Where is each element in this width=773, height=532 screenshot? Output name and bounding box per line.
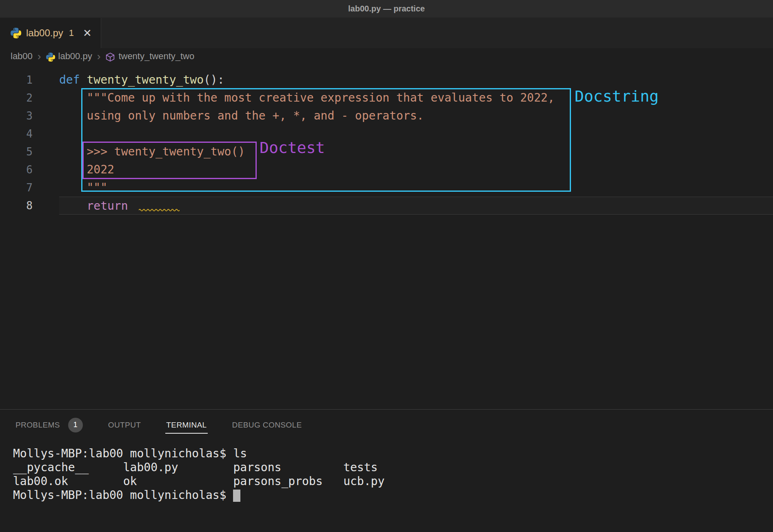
line-number: 6 bbox=[0, 161, 33, 179]
editor-line-3[interactable]: 3 using only numbers and the +, *, and -… bbox=[0, 107, 773, 125]
line-number: 3 bbox=[0, 107, 33, 125]
line-content: >>> twenty_twenty_two() bbox=[59, 143, 773, 161]
chevron-right-icon: › bbox=[97, 51, 101, 62]
tab-output[interactable]: OUTPUT bbox=[107, 417, 142, 434]
editor-line-7[interactable]: 7 """ bbox=[0, 179, 773, 197]
terminal-lines: Mollys-MBP:lab00 mollynicholas$ ls__pyca… bbox=[13, 447, 773, 502]
bottom-panel: PROBLEMS 1 OUTPUT TERMINAL DEBUG CONSOLE… bbox=[0, 409, 773, 532]
panel-tab-bar: PROBLEMS 1 OUTPUT TERMINAL DEBUG CONSOLE bbox=[0, 410, 773, 441]
editor-line-6[interactable]: 6 2022 bbox=[0, 161, 773, 179]
output-label: OUTPUT bbox=[108, 421, 141, 430]
line-content: using only numbers and the +, *, and - o… bbox=[59, 107, 773, 125]
line-number: 1 bbox=[0, 71, 33, 89]
close-tab-icon[interactable]: ✕ bbox=[83, 28, 92, 38]
terminal-line: Mollys-MBP:lab00 mollynicholas$ bbox=[13, 488, 773, 502]
code-editor[interactable]: 1def twenty_twenty_two():2 """Come up wi… bbox=[0, 64, 773, 409]
titlebar: lab00.py — practice bbox=[0, 0, 773, 18]
line-number: 7 bbox=[0, 179, 33, 197]
terminal-line: Mollys-MBP:lab00 mollynicholas$ ls bbox=[13, 447, 773, 461]
problems-count-badge: 1 bbox=[68, 418, 83, 432]
line-content bbox=[59, 125, 773, 143]
terminal-line: __pycache__ lab00.py parsons tests bbox=[13, 461, 773, 474]
line-content: """Come up with the most creative expres… bbox=[59, 89, 773, 107]
breadcrumb-file[interactable]: lab00.py bbox=[58, 51, 92, 62]
editor-line-1[interactable]: 1def twenty_twenty_two(): bbox=[0, 71, 773, 89]
tab-problems[interactable]: PROBLEMS 1 bbox=[15, 415, 84, 437]
chevron-right-icon: › bbox=[38, 51, 41, 62]
editor-line-8[interactable]: 8 return bbox=[0, 197, 773, 215]
line-content: return bbox=[59, 197, 773, 215]
tab-label: lab00.py bbox=[26, 27, 63, 39]
breadcrumb-symbol[interactable]: twenty_twenty_two bbox=[118, 51, 194, 62]
line-content: 2022 bbox=[59, 161, 773, 179]
line-content: """ bbox=[59, 179, 773, 197]
python-file-icon bbox=[46, 53, 55, 62]
method-symbol-icon bbox=[105, 52, 115, 62]
breadcrumb-folder[interactable]: lab00 bbox=[11, 51, 33, 62]
editor-line-5[interactable]: 5 >>> twenty_twenty_two() bbox=[0, 143, 773, 161]
line-number: 2 bbox=[0, 89, 33, 107]
tab-modified-count: 1 bbox=[69, 28, 74, 38]
line-number: 8 bbox=[0, 197, 33, 215]
terminal-label: TERMINAL bbox=[166, 421, 207, 430]
editor-lines: 1def twenty_twenty_two():2 """Come up wi… bbox=[0, 71, 773, 215]
tab-bar: lab00.py 1 ✕ bbox=[0, 18, 773, 48]
problems-label: PROBLEMS bbox=[16, 421, 60, 430]
line-content: def twenty_twenty_two(): bbox=[59, 71, 773, 89]
terminal-line: lab00.ok ok parsons_probs ucb.py bbox=[13, 474, 773, 488]
vscode-window: lab00.py — practice lab00.py 1 ✕ lab00 ›… bbox=[0, 0, 773, 532]
tab-terminal[interactable]: TERMINAL bbox=[165, 417, 207, 434]
editor-line-2[interactable]: 2 """Come up with the most creative expr… bbox=[0, 89, 773, 107]
line-number: 5 bbox=[0, 143, 33, 161]
tab-lab00py[interactable]: lab00.py 1 ✕ bbox=[0, 18, 101, 48]
python-file-icon bbox=[11, 28, 21, 38]
debug-console-label: DEBUG CONSOLE bbox=[232, 421, 302, 430]
warning-squiggle-icon bbox=[139, 208, 180, 211]
terminal-cursor bbox=[233, 490, 240, 502]
breadcrumb: lab00 › lab00.py › twenty_twenty_two bbox=[0, 48, 773, 64]
window-title: lab00.py — practice bbox=[348, 4, 425, 13]
editor-line-4[interactable]: 4 bbox=[0, 125, 773, 143]
line-number: 4 bbox=[0, 125, 33, 143]
tab-debug-console[interactable]: DEBUG CONSOLE bbox=[231, 417, 303, 434]
terminal-output[interactable]: Mollys-MBP:lab00 mollynicholas$ ls__pyca… bbox=[0, 441, 773, 502]
